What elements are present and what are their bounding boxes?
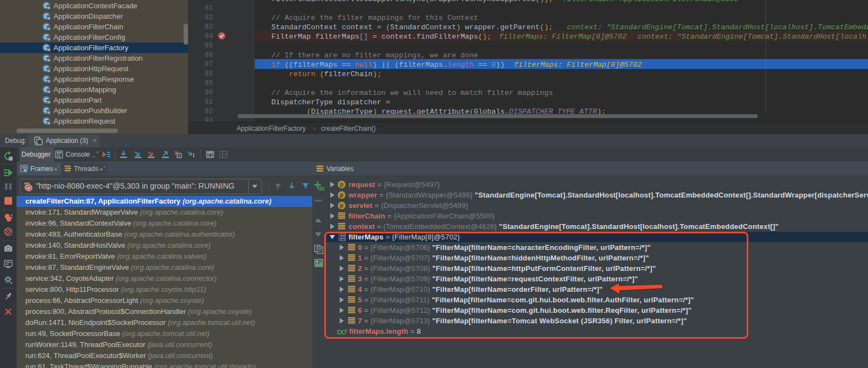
- svg-text:*: *: [58, 166, 60, 170]
- svg-text:I: I: [192, 152, 195, 158]
- svg-text:p: p: [340, 191, 343, 198]
- svg-text:p: p: [340, 181, 343, 188]
- svg-text:p: p: [340, 202, 343, 209]
- svg-text:*: *: [104, 166, 105, 170]
